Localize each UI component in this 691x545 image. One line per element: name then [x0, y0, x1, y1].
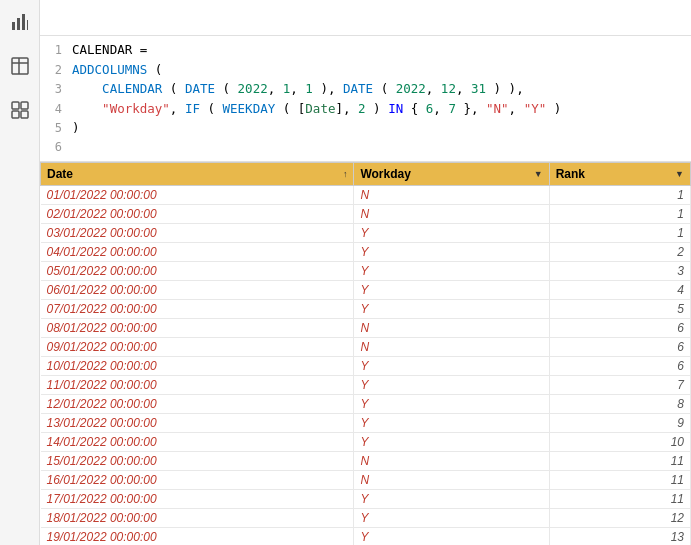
sort-icon[interactable]: ↑ — [343, 169, 348, 179]
date-cell: 08/01/2022 00:00:00 — [41, 318, 354, 337]
date-cell: 13/01/2022 00:00:00 — [41, 413, 354, 432]
table-row: 09/01/2022 00:00:00N6 — [41, 337, 691, 356]
svg-rect-4 — [12, 58, 28, 74]
table-row: 17/01/2022 00:00:00Y11 — [41, 489, 691, 508]
workday-cell: Y — [354, 413, 549, 432]
table-row: 13/01/2022 00:00:00Y9 — [41, 413, 691, 432]
rank-cell: 1 — [549, 185, 690, 204]
workday-cell: Y — [354, 280, 549, 299]
line-number: 3 — [44, 80, 62, 99]
rank-cell: 1 — [549, 204, 690, 223]
code-line-5: 5) — [40, 118, 691, 138]
sort-icon[interactable]: ▼ — [534, 169, 543, 179]
svg-rect-7 — [12, 102, 19, 109]
code-line-3: 3 CALENDAR ( DATE ( 2022, 1, 1 ), DATE (… — [40, 79, 691, 99]
code-line-4: 4 "Workday", IF ( WEEKDAY ( [Date], 2 ) … — [40, 99, 691, 119]
date-cell: 19/01/2022 00:00:00 — [41, 527, 354, 545]
chart-icon[interactable] — [6, 8, 34, 36]
cancel-button[interactable] — [48, 7, 70, 29]
code-editor[interactable]: 1CALENDAR = 2ADDCOLUMNS (3 CALENDAR ( DA… — [40, 36, 691, 162]
workday-cell: Y — [354, 394, 549, 413]
table-row: 19/01/2022 00:00:00Y13 — [41, 527, 691, 545]
date-cell: 11/01/2022 00:00:00 — [41, 375, 354, 394]
svg-rect-8 — [21, 102, 28, 109]
rank-cell: 1 — [549, 223, 690, 242]
table-row: 18/01/2022 00:00:00Y12 — [41, 508, 691, 527]
svg-rect-3 — [27, 20, 28, 30]
table-row: 12/01/2022 00:00:00Y8 — [41, 394, 691, 413]
line-number: 5 — [44, 119, 62, 138]
workday-cell: Y — [354, 489, 549, 508]
workday-cell: Y — [354, 299, 549, 318]
table-row: 10/01/2022 00:00:00Y6 — [41, 356, 691, 375]
rank-cell: 11 — [549, 470, 690, 489]
line-content: "Workday", IF ( WEEKDAY ( [Date], 2 ) IN… — [72, 99, 561, 118]
line-number: 2 — [44, 61, 62, 80]
main-panel: 1CALENDAR = 2ADDCOLUMNS (3 CALENDAR ( DA… — [40, 0, 691, 545]
model-icon[interactable] — [6, 96, 34, 124]
svg-rect-2 — [22, 14, 25, 30]
svg-rect-1 — [17, 18, 20, 30]
column-header-rank[interactable]: Rank▼ — [549, 162, 690, 185]
workday-cell: Y — [354, 432, 549, 451]
data-table: Date↑Workday▼Rank▼ 01/01/2022 00:00:00N1… — [40, 162, 691, 545]
rank-cell: 3 — [549, 261, 690, 280]
confirm-button[interactable] — [78, 7, 100, 29]
date-cell: 15/01/2022 00:00:00 — [41, 451, 354, 470]
rank-cell: 5 — [549, 299, 690, 318]
line-number: 1 — [44, 41, 62, 60]
rank-cell: 11 — [549, 451, 690, 470]
code-line-1: 1CALENDAR = — [40, 40, 691, 60]
line-number: 6 — [44, 138, 62, 157]
table-row: 15/01/2022 00:00:00N11 — [41, 451, 691, 470]
table-row: 03/01/2022 00:00:00Y1 — [41, 223, 691, 242]
date-cell: 01/01/2022 00:00:00 — [41, 185, 354, 204]
rank-cell: 4 — [549, 280, 690, 299]
rank-cell: 13 — [549, 527, 690, 545]
table-row: 02/01/2022 00:00:00N1 — [41, 204, 691, 223]
table-row: 14/01/2022 00:00:00Y10 — [41, 432, 691, 451]
sort-icon[interactable]: ▼ — [675, 169, 684, 179]
table-icon[interactable] — [6, 52, 34, 80]
table-row: 01/01/2022 00:00:00N1 — [41, 185, 691, 204]
column-header-date[interactable]: Date↑ — [41, 162, 354, 185]
rank-cell: 6 — [549, 337, 690, 356]
rank-cell: 9 — [549, 413, 690, 432]
date-cell: 03/01/2022 00:00:00 — [41, 223, 354, 242]
rank-cell: 8 — [549, 394, 690, 413]
line-content: CALENDAR = — [72, 40, 155, 59]
workday-cell: N — [354, 318, 549, 337]
date-cell: 04/01/2022 00:00:00 — [41, 242, 354, 261]
workday-cell: N — [354, 337, 549, 356]
line-content: ADDCOLUMNS ( — [72, 60, 162, 79]
date-cell: 02/01/2022 00:00:00 — [41, 204, 354, 223]
column-label: Workday — [360, 167, 410, 181]
date-cell: 14/01/2022 00:00:00 — [41, 432, 354, 451]
sidebar — [0, 0, 40, 545]
workday-cell: Y — [354, 375, 549, 394]
column-label: Date — [47, 167, 73, 181]
toolbar — [40, 0, 691, 36]
date-cell: 06/01/2022 00:00:00 — [41, 280, 354, 299]
rank-cell: 12 — [549, 508, 690, 527]
rank-cell: 7 — [549, 375, 690, 394]
date-cell: 18/01/2022 00:00:00 — [41, 508, 354, 527]
table-row: 07/01/2022 00:00:00Y5 — [41, 299, 691, 318]
workday-cell: Y — [354, 508, 549, 527]
rank-cell: 6 — [549, 318, 690, 337]
workday-cell: Y — [354, 223, 549, 242]
rank-cell: 6 — [549, 356, 690, 375]
date-cell: 12/01/2022 00:00:00 — [41, 394, 354, 413]
workday-cell: Y — [354, 527, 549, 545]
rank-cell: 11 — [549, 489, 690, 508]
workday-cell: Y — [354, 356, 549, 375]
column-header-workday[interactable]: Workday▼ — [354, 162, 549, 185]
svg-rect-9 — [12, 111, 19, 118]
line-content: ) — [72, 118, 80, 137]
table-row: 05/01/2022 00:00:00Y3 — [41, 261, 691, 280]
svg-rect-0 — [12, 22, 15, 30]
rank-cell: 2 — [549, 242, 690, 261]
code-line-2: 2ADDCOLUMNS ( — [40, 60, 691, 80]
line-number: 4 — [44, 100, 62, 119]
workday-cell: N — [354, 470, 549, 489]
